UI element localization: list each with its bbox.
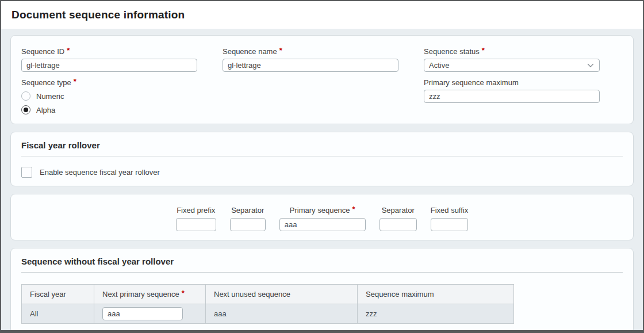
sequence-name-label-text: Sequence name (223, 47, 277, 56)
section-divider (21, 156, 623, 156)
sequence-id-input[interactable] (21, 59, 197, 72)
required-asterisk: * (74, 77, 76, 86)
separator-2-input[interactable] (379, 218, 417, 231)
sequence-type-option-numeric[interactable]: Numeric (21, 91, 197, 101)
sequence-status-field: Sequence status* Active (424, 47, 600, 72)
sequence-table: Fiscal year Next primary sequence* Next … (21, 284, 514, 324)
grid-spacer (223, 78, 398, 114)
cell-sequence-maximum: zzz (358, 304, 514, 324)
cell-fiscal-year: All (22, 304, 94, 324)
window-frame: Document sequence information Sequence I… (0, 0, 644, 333)
required-asterisk: * (482, 46, 485, 55)
sequence-id-label: Sequence ID* (21, 47, 197, 56)
cell-next-unused-sequence: aaa (206, 304, 358, 324)
primary-sequence-maximum-field: Primary sequence maximum (424, 78, 600, 114)
separator-1-field: Separator (230, 206, 266, 231)
required-asterisk: * (279, 46, 282, 55)
required-asterisk: * (352, 205, 355, 213)
radio-numeric-label: Numeric (36, 92, 64, 101)
sequence-format-card: Fixed prefix Separator Primary sequence*… (10, 194, 634, 240)
column-header-next-unused-sequence: Next unused sequence (206, 285, 358, 304)
separator-2-field: Separator (379, 206, 417, 231)
sequence-status-select[interactable]: Active (424, 59, 600, 72)
required-asterisk: * (67, 46, 70, 55)
fixed-suffix-input[interactable] (431, 218, 468, 231)
sequence-type-label-text: Sequence type (21, 78, 71, 87)
primary-sequence-label: Primary sequence* (290, 206, 355, 215)
table-row: All aaa zzz (22, 304, 514, 324)
radio-alpha-label: Alpha (36, 106, 55, 114)
primary-sequence-label-text: Primary sequence (290, 206, 350, 215)
fixed-suffix-label: Fixed suffix (431, 206, 469, 215)
fixed-prefix-input[interactable] (176, 218, 216, 231)
checkbox-unchecked-icon[interactable] (21, 167, 32, 178)
primary-sequence-maximum-input[interactable] (424, 90, 600, 103)
radio-unchecked-icon (21, 91, 30, 101)
column-header-next-primary-sequence: Next primary sequence* (94, 285, 206, 304)
sequence-type-option-alpha[interactable]: Alpha (21, 105, 197, 114)
page-title: Document sequence information (12, 9, 185, 21)
fiscal-year-rollover-card: Fiscal year rollover Enable sequence fis… (10, 132, 634, 186)
sequence-id-label-text: Sequence ID (21, 47, 64, 56)
sequence-name-input[interactable] (223, 59, 398, 72)
sequence-without-rollover-title: Sequence without fiscal year rollover (21, 257, 623, 267)
page-header: Document sequence information (1, 1, 643, 29)
primary-sequence-maximum-label: Primary sequence maximum (424, 78, 600, 87)
column-header-fiscal-year: Fiscal year (22, 285, 94, 304)
fiscal-year-rollover-title: Fiscal year rollover (21, 140, 623, 151)
chevron-down-icon (587, 63, 594, 68)
separator-2-label: Separator (382, 206, 415, 215)
primary-sequence-field: Primary sequence* (279, 206, 366, 231)
sequence-status-label: Sequence status* (424, 47, 600, 56)
required-asterisk: * (182, 289, 185, 297)
separator-1-label: Separator (231, 206, 264, 215)
section-divider (21, 272, 623, 273)
sequence-table-header-row: Fiscal year Next primary sequence* Next … (22, 285, 514, 304)
sequence-status-selected-value: Active (429, 61, 449, 70)
radio-checked-icon (21, 105, 30, 114)
enable-rollover-checkbox-row[interactable]: Enable sequence fiscal year rollover (21, 167, 623, 178)
sequence-status-label-text: Sequence status (424, 47, 480, 56)
sequence-type-field: Sequence type* Numeric Alpha (21, 78, 197, 114)
sequence-id-field: Sequence ID* (21, 47, 197, 72)
column-header-sequence-maximum: Sequence maximum (358, 285, 514, 304)
fixed-prefix-field: Fixed prefix (176, 206, 216, 231)
cell-next-primary-sequence (94, 304, 206, 324)
sequence-name-field: Sequence name* (223, 47, 398, 72)
column-header-next-primary-sequence-text: Next primary sequence (102, 290, 179, 298)
primary-sequence-input[interactable] (279, 218, 366, 231)
sequence-name-label: Sequence name* (223, 47, 398, 56)
fixed-prefix-label: Fixed prefix (177, 206, 215, 215)
sequence-without-rollover-card: Sequence without fiscal year rollover Fi… (10, 248, 634, 333)
sequence-type-label: Sequence type* (21, 78, 197, 87)
enable-rollover-checkbox-label: Enable sequence fiscal year rollover (40, 168, 160, 177)
general-info-card: Sequence ID* Sequence name* Sequence sta… (10, 35, 634, 124)
separator-1-input[interactable] (230, 218, 266, 231)
fixed-suffix-field: Fixed suffix (431, 206, 469, 231)
next-primary-sequence-input[interactable] (102, 307, 183, 320)
page-content: Sequence ID* Sequence name* Sequence sta… (1, 29, 643, 333)
